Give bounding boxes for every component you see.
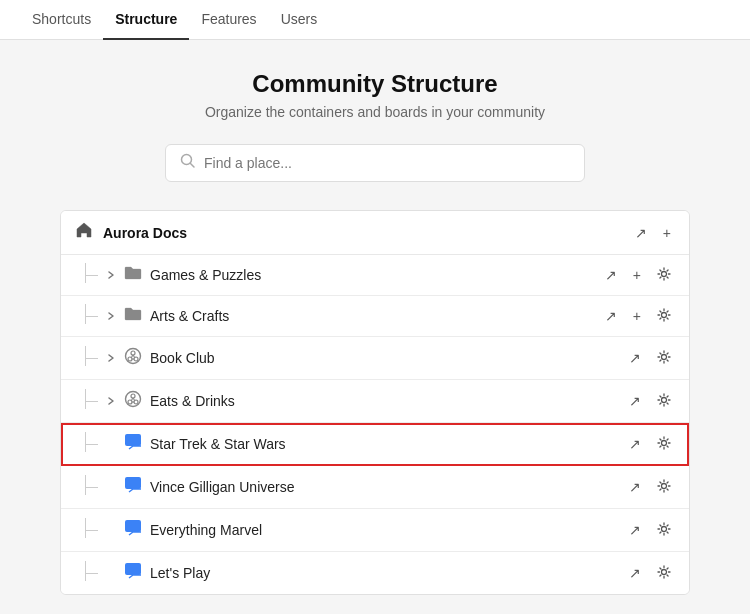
home-icon — [75, 221, 93, 244]
tree-connector — [85, 522, 98, 538]
item-actions: ↗ — [625, 348, 675, 368]
search-box — [165, 144, 585, 182]
item-gear-btn[interactable] — [653, 434, 675, 454]
item-gear-btn[interactable] — [653, 391, 675, 411]
top-navigation: Shortcuts Structure Features Users — [0, 0, 750, 40]
circle-nodes-icon — [124, 390, 142, 412]
item-label: Star Trek & Star Wars — [150, 436, 625, 452]
svg-point-23 — [662, 484, 667, 489]
item-label: Games & Puzzles — [150, 267, 601, 283]
item-gear-btn[interactable] — [653, 477, 675, 497]
board-icon — [124, 562, 142, 584]
items-list: Games & Puzzles↗+ Arts & Crafts↗+ Book C… — [61, 255, 689, 594]
item-actions: ↗+ — [601, 306, 675, 326]
item-label: Eats & Drinks — [150, 393, 625, 409]
svg-rect-22 — [125, 477, 141, 489]
svg-rect-26 — [125, 563, 141, 575]
nav-features[interactable]: Features — [189, 0, 268, 40]
root-external-btn[interactable]: ↗ — [631, 224, 651, 242]
svg-point-27 — [662, 570, 667, 575]
search-input[interactable] — [204, 155, 570, 171]
svg-line-1 — [191, 164, 195, 168]
item-gear-btn[interactable] — [653, 265, 675, 285]
root-actions: ↗ + — [631, 224, 675, 242]
item-external-btn[interactable]: ↗ — [601, 307, 621, 325]
tree-connector — [85, 565, 98, 581]
list-item: Arts & Crafts↗+ — [61, 296, 689, 337]
item-external-btn[interactable]: ↗ — [625, 349, 645, 367]
folder-icon — [124, 306, 142, 326]
svg-point-2 — [662, 272, 667, 277]
item-label: Arts & Crafts — [150, 308, 601, 324]
folder-icon — [124, 265, 142, 285]
svg-rect-24 — [125, 520, 141, 532]
list-item: Star Trek & Star Wars↗ — [61, 423, 689, 466]
item-label: Everything Marvel — [150, 522, 625, 538]
list-item: Eats & Drinks↗ — [61, 380, 689, 423]
page-subtitle: Organize the containers and boards in yo… — [60, 104, 690, 120]
list-item: Book Club↗ — [61, 337, 689, 380]
tree-connector — [85, 393, 98, 409]
svg-point-19 — [662, 398, 667, 403]
root-row: Aurora Docs ↗ + — [61, 211, 689, 255]
chevron-right-icon[interactable] — [102, 307, 120, 325]
item-external-btn[interactable]: ↗ — [625, 521, 645, 539]
nav-shortcuts[interactable]: Shortcuts — [20, 0, 103, 40]
item-external-btn[interactable]: ↗ — [625, 478, 645, 496]
tree-connector — [85, 308, 98, 324]
list-item: Vince Gilligan Universe↗ — [61, 466, 689, 509]
svg-point-21 — [662, 441, 667, 446]
page-title: Community Structure — [60, 70, 690, 98]
item-actions: ↗ — [625, 563, 675, 583]
search-icon — [180, 153, 196, 173]
item-gear-btn[interactable] — [653, 306, 675, 326]
tree-connector — [85, 436, 98, 452]
list-item: Let's Play↗ — [61, 552, 689, 594]
item-gear-btn[interactable] — [653, 348, 675, 368]
tree-connector — [85, 267, 98, 283]
page-content: Community Structure Organize the contain… — [0, 40, 750, 614]
nav-users[interactable]: Users — [269, 0, 330, 40]
item-label: Let's Play — [150, 565, 625, 581]
root-label: Aurora Docs — [103, 225, 631, 241]
board-icon — [124, 476, 142, 498]
item-external-btn[interactable]: ↗ — [601, 266, 621, 284]
list-item: Games & Puzzles↗+ — [61, 255, 689, 296]
board-icon — [124, 433, 142, 455]
chevron-right-icon[interactable] — [102, 266, 120, 284]
item-gear-btn[interactable] — [653, 520, 675, 540]
item-label: Book Club — [150, 350, 625, 366]
item-actions: ↗ — [625, 391, 675, 411]
item-gear-btn[interactable] — [653, 563, 675, 583]
list-item: Everything Marvel↗ — [61, 509, 689, 552]
item-label: Vince Gilligan Universe — [150, 479, 625, 495]
item-external-btn[interactable]: ↗ — [625, 435, 645, 453]
item-actions: ↗ — [625, 434, 675, 454]
svg-point-3 — [662, 313, 667, 318]
search-container — [60, 144, 690, 182]
tree-connector — [85, 350, 98, 366]
item-external-btn[interactable]: ↗ — [625, 392, 645, 410]
svg-rect-20 — [125, 434, 141, 446]
structure-list: Aurora Docs ↗ + Games & Puzzles↗+ Arts &… — [60, 210, 690, 595]
page-header: Community Structure Organize the contain… — [60, 70, 690, 120]
item-external-btn[interactable]: ↗ — [625, 564, 645, 582]
nav-structure[interactable]: Structure — [103, 0, 189, 40]
item-add-btn[interactable]: + — [629, 266, 645, 284]
root-add-btn[interactable]: + — [659, 224, 675, 242]
item-actions: ↗ — [625, 520, 675, 540]
item-add-btn[interactable]: + — [629, 307, 645, 325]
svg-point-11 — [662, 355, 667, 360]
svg-point-13 — [131, 394, 135, 398]
chevron-right-icon[interactable] — [102, 349, 120, 367]
chevron-right-icon[interactable] — [102, 392, 120, 410]
circle-nodes-icon — [124, 347, 142, 369]
svg-point-5 — [131, 351, 135, 355]
board-icon — [124, 519, 142, 541]
tree-connector — [85, 479, 98, 495]
svg-point-25 — [662, 527, 667, 532]
item-actions: ↗ — [625, 477, 675, 497]
item-actions: ↗+ — [601, 265, 675, 285]
